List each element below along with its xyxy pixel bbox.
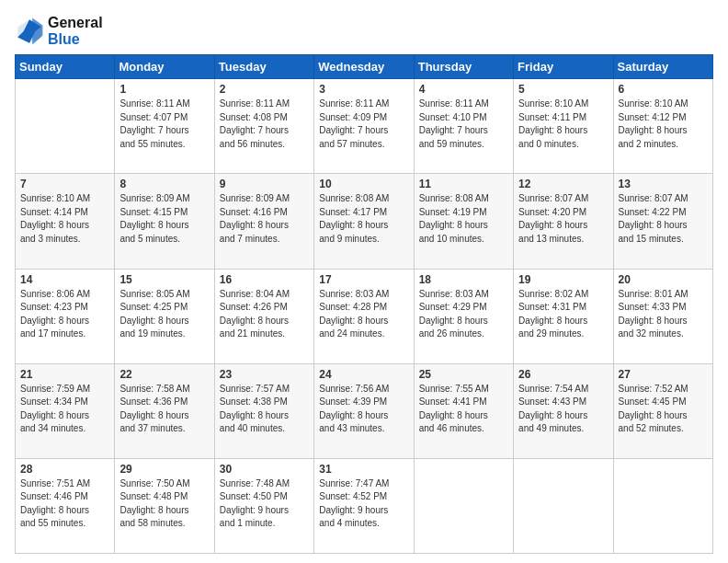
calendar-cell: 20Sunrise: 8:01 AM Sunset: 4:33 PM Dayli… (613, 269, 712, 363)
day-number: 28 (20, 463, 109, 476)
calendar-cell: 2Sunrise: 8:11 AM Sunset: 4:08 PM Daylig… (214, 79, 313, 174)
calendar-header-row: SundayMondayTuesdayWednesdayThursdayFrid… (16, 55, 713, 79)
day-info: Sunrise: 7:55 AM Sunset: 4:41 PM Dayligh… (419, 383, 508, 436)
calendar-cell (613, 458, 712, 553)
calendar-cell: 16Sunrise: 8:04 AM Sunset: 4:26 PM Dayli… (214, 269, 313, 363)
day-info: Sunrise: 8:03 AM Sunset: 4:29 PM Dayligh… (419, 288, 508, 341)
day-number: 20 (619, 273, 708, 286)
day-info: Sunrise: 7:57 AM Sunset: 4:38 PM Dayligh… (220, 383, 309, 436)
logo-text: General Blue (48, 15, 103, 47)
day-info: Sunrise: 8:04 AM Sunset: 4:26 PM Dayligh… (220, 288, 309, 341)
day-number: 11 (419, 178, 508, 190)
day-number: 5 (518, 83, 608, 96)
day-number: 29 (119, 463, 209, 476)
day-info: Sunrise: 8:11 AM Sunset: 4:10 PM Dayligh… (419, 98, 508, 151)
day-header-monday: Monday (115, 55, 214, 79)
calendar-cell: 17Sunrise: 8:03 AM Sunset: 4:28 PM Dayli… (314, 269, 414, 363)
day-number: 16 (220, 273, 309, 286)
day-info: Sunrise: 7:58 AM Sunset: 4:36 PM Dayligh… (119, 383, 209, 436)
day-number: 24 (319, 368, 408, 381)
day-header-wednesday: Wednesday (314, 55, 414, 79)
day-info: Sunrise: 8:07 AM Sunset: 4:20 PM Dayligh… (518, 192, 608, 246)
calendar-cell: 10Sunrise: 8:08 AM Sunset: 4:17 PM Dayli… (314, 174, 414, 269)
calendar-week-row: 21Sunrise: 7:59 AM Sunset: 4:34 PM Dayli… (16, 363, 713, 458)
day-info: Sunrise: 8:07 AM Sunset: 4:22 PM Dayligh… (619, 192, 708, 246)
calendar-week-row: 28Sunrise: 7:51 AM Sunset: 4:46 PM Dayli… (16, 458, 713, 553)
day-info: Sunrise: 8:10 AM Sunset: 4:12 PM Dayligh… (619, 98, 708, 151)
day-number: 21 (20, 368, 109, 381)
calendar-cell: 14Sunrise: 8:06 AM Sunset: 4:23 PM Dayli… (16, 269, 115, 363)
header: General Blue (15, 15, 713, 47)
calendar-cell: 11Sunrise: 8:08 AM Sunset: 4:19 PM Dayli… (414, 174, 513, 269)
calendar-cell: 19Sunrise: 8:02 AM Sunset: 4:31 PM Dayli… (514, 269, 613, 363)
day-number: 17 (319, 273, 408, 286)
calendar-cell: 1Sunrise: 8:11 AM Sunset: 4:07 PM Daylig… (115, 79, 214, 174)
calendar-cell: 13Sunrise: 8:07 AM Sunset: 4:22 PM Dayli… (613, 174, 712, 269)
day-info: Sunrise: 8:05 AM Sunset: 4:25 PM Dayligh… (119, 288, 209, 341)
day-number: 4 (419, 83, 508, 96)
calendar-week-row: 7Sunrise: 8:10 AM Sunset: 4:14 PM Daylig… (16, 174, 713, 269)
day-info: Sunrise: 7:50 AM Sunset: 4:48 PM Dayligh… (119, 477, 209, 531)
day-number: 7 (20, 178, 109, 190)
day-header-tuesday: Tuesday (214, 55, 313, 79)
calendar-cell: 26Sunrise: 7:54 AM Sunset: 4:43 PM Dayli… (514, 363, 613, 458)
calendar-cell: 8Sunrise: 8:09 AM Sunset: 4:15 PM Daylig… (115, 174, 214, 269)
day-number: 19 (518, 273, 608, 286)
day-info: Sunrise: 8:10 AM Sunset: 4:14 PM Dayligh… (20, 192, 109, 246)
day-number: 1 (119, 83, 209, 96)
day-info: Sunrise: 7:59 AM Sunset: 4:34 PM Dayligh… (20, 383, 109, 436)
calendar-cell: 25Sunrise: 7:55 AM Sunset: 4:41 PM Dayli… (414, 363, 513, 458)
calendar-cell: 24Sunrise: 7:56 AM Sunset: 4:39 PM Dayli… (314, 363, 414, 458)
calendar-cell: 30Sunrise: 7:48 AM Sunset: 4:50 PM Dayli… (214, 458, 313, 553)
day-info: Sunrise: 8:06 AM Sunset: 4:23 PM Dayligh… (20, 288, 109, 341)
day-header-thursday: Thursday (414, 55, 513, 79)
day-number: 3 (319, 83, 408, 96)
day-number: 15 (119, 273, 209, 286)
calendar-cell: 7Sunrise: 8:10 AM Sunset: 4:14 PM Daylig… (16, 174, 115, 269)
day-info: Sunrise: 8:03 AM Sunset: 4:28 PM Dayligh… (319, 288, 408, 341)
calendar-cell (414, 458, 513, 553)
calendar-cell: 9Sunrise: 8:09 AM Sunset: 4:16 PM Daylig… (214, 174, 313, 269)
day-info: Sunrise: 8:09 AM Sunset: 4:15 PM Dayligh… (119, 192, 209, 246)
day-number: 27 (619, 368, 708, 381)
calendar-cell: 23Sunrise: 7:57 AM Sunset: 4:38 PM Dayli… (214, 363, 313, 458)
day-number: 13 (619, 178, 708, 190)
day-number: 22 (119, 368, 209, 381)
day-info: Sunrise: 8:08 AM Sunset: 4:17 PM Dayligh… (319, 192, 408, 246)
calendar-table: SundayMondayTuesdayWednesdayThursdayFrid… (15, 54, 713, 554)
day-number: 25 (419, 368, 508, 381)
day-number: 6 (619, 83, 708, 96)
calendar-cell: 3Sunrise: 8:11 AM Sunset: 4:09 PM Daylig… (314, 79, 414, 174)
logo: General Blue (15, 15, 103, 47)
day-number: 12 (518, 178, 608, 190)
calendar-cell (514, 458, 613, 553)
day-number: 30 (220, 463, 309, 476)
calendar-cell: 21Sunrise: 7:59 AM Sunset: 4:34 PM Dayli… (16, 363, 115, 458)
day-info: Sunrise: 8:09 AM Sunset: 4:16 PM Dayligh… (220, 192, 309, 246)
calendar-cell: 29Sunrise: 7:50 AM Sunset: 4:48 PM Dayli… (115, 458, 214, 553)
day-number: 26 (518, 368, 608, 381)
day-info: Sunrise: 7:47 AM Sunset: 4:52 PM Dayligh… (319, 477, 408, 531)
logo-icon (15, 17, 44, 46)
day-info: Sunrise: 7:48 AM Sunset: 4:50 PM Dayligh… (220, 477, 309, 531)
calendar-cell: 5Sunrise: 8:10 AM Sunset: 4:11 PM Daylig… (514, 79, 613, 174)
calendar-cell: 31Sunrise: 7:47 AM Sunset: 4:52 PM Dayli… (314, 458, 414, 553)
day-info: Sunrise: 8:11 AM Sunset: 4:08 PM Dayligh… (220, 98, 309, 151)
day-number: 14 (20, 273, 109, 286)
day-info: Sunrise: 8:11 AM Sunset: 4:09 PM Dayligh… (319, 98, 408, 151)
calendar-week-row: 14Sunrise: 8:06 AM Sunset: 4:23 PM Dayli… (16, 269, 713, 363)
day-info: Sunrise: 7:52 AM Sunset: 4:45 PM Dayligh… (619, 383, 708, 436)
page: General Blue SundayMondayTuesdayWednesda… (0, 0, 728, 563)
day-info: Sunrise: 7:56 AM Sunset: 4:39 PM Dayligh… (319, 383, 408, 436)
day-number: 2 (220, 83, 309, 96)
calendar-cell: 4Sunrise: 8:11 AM Sunset: 4:10 PM Daylig… (414, 79, 513, 174)
day-number: 18 (419, 273, 508, 286)
day-info: Sunrise: 8:02 AM Sunset: 4:31 PM Dayligh… (518, 288, 608, 341)
calendar-cell: 12Sunrise: 8:07 AM Sunset: 4:20 PM Dayli… (514, 174, 613, 269)
day-header-sunday: Sunday (16, 55, 115, 79)
day-info: Sunrise: 8:01 AM Sunset: 4:33 PM Dayligh… (619, 288, 708, 341)
calendar-cell: 27Sunrise: 7:52 AM Sunset: 4:45 PM Dayli… (613, 363, 712, 458)
calendar-cell: 15Sunrise: 8:05 AM Sunset: 4:25 PM Dayli… (115, 269, 214, 363)
day-info: Sunrise: 7:51 AM Sunset: 4:46 PM Dayligh… (20, 477, 109, 531)
day-header-saturday: Saturday (613, 55, 712, 79)
